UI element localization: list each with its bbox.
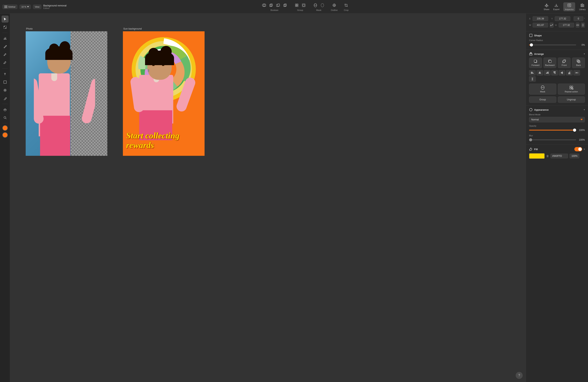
appearance-section: Appearance ▾ Blend Mode Normal Opacity — [526, 106, 588, 145]
eraser-tool[interactable] — [1, 95, 9, 102]
color-swatch-primary[interactable] — [2, 125, 8, 131]
forward-button[interactable]: Forward — [529, 58, 542, 68]
sun-artboard-frame[interactable]: 0 100 200 300 400 500 600 100 200 300 40… — [123, 31, 205, 156]
outline-btn[interactable] — [331, 2, 337, 8]
group-label: Group — [297, 9, 303, 11]
sun-content: Start collecting rewards — [123, 31, 205, 156]
fill-opacity-input[interactable] — [569, 154, 579, 158]
pos-row-1: X Y ° — [529, 16, 585, 21]
y-input[interactable] — [555, 16, 570, 21]
boolean-btn-2[interactable] — [268, 2, 274, 8]
fill-toggle[interactable] — [574, 147, 582, 151]
fill-delete-button[interactable]: 🗑 — [546, 154, 549, 158]
zoom-tool[interactable] — [1, 114, 9, 121]
mask-btn-1[interactable] — [312, 2, 318, 8]
opacity-row: Opacity 100% — [526, 125, 588, 132]
back-icon — [577, 59, 580, 63]
mask-icon — [314, 3, 317, 7]
repeat-action-button[interactable]: Repeat action — [558, 84, 585, 95]
share-icon — [545, 3, 549, 7]
svg-rect-1 — [4, 7, 7, 7]
fill-select-tool[interactable] — [1, 87, 9, 94]
distribute-h-button[interactable] — [573, 70, 580, 75]
front-button[interactable]: Front — [558, 58, 571, 68]
hand-tool[interactable] — [1, 106, 9, 113]
brush-tool[interactable] — [1, 59, 9, 66]
help-button[interactable]: ? — [516, 372, 523, 379]
align-left-button[interactable] — [529, 70, 536, 75]
backward-button[interactable]: Backward — [544, 58, 556, 68]
corner-radius-label: Corner Radius — [529, 39, 585, 42]
color-swatch-secondary[interactable] — [2, 132, 8, 138]
align-right-button[interactable] — [544, 70, 550, 75]
flip-h-button[interactable] — [576, 22, 580, 28]
text-tool[interactable]: T — [1, 70, 9, 77]
align-center-h-icon — [538, 71, 541, 74]
sidebar-icon — [4, 6, 7, 8]
pen-tool[interactable] — [1, 43, 9, 50]
blur-label: Blur — [529, 134, 585, 137]
fill-color-swatch[interactable] — [529, 153, 545, 159]
svg-rect-67 — [531, 72, 531, 74]
boolean-btn-4[interactable] — [282, 2, 288, 8]
group-btn-1[interactable] — [294, 2, 300, 8]
link-proportions-button[interactable] — [550, 22, 554, 28]
shape-header[interactable]: Shape — [526, 31, 588, 39]
blur-row: Blur 100% — [526, 134, 588, 142]
flip-v-button[interactable] — [581, 22, 585, 28]
w-input[interactable] — [533, 23, 548, 27]
align-middle-button[interactable] — [559, 70, 565, 75]
align-top-button[interactable] — [551, 70, 558, 75]
x-input[interactable] — [533, 16, 548, 21]
canvas-area[interactable]: Photo 0 100 200 300 400 500 600 — [10, 14, 526, 382]
ungroup-objects-button[interactable]: Ungroup — [558, 96, 585, 103]
w-label: W — [529, 24, 532, 26]
mask-btn-2[interactable] — [319, 2, 326, 8]
cut-tool[interactable] — [1, 35, 9, 42]
pos-size-section: X Y ° W — [526, 14, 588, 31]
sidebar-button[interactable]: Sidebar — [2, 4, 18, 9]
degrees-label: ° — [584, 18, 585, 20]
blend-mode-select[interactable]: Normal — [529, 117, 585, 122]
library-button[interactable]: Library — [579, 3, 586, 11]
shape-tool[interactable] — [1, 79, 9, 85]
pants — [40, 116, 70, 156]
select-tool[interactable] — [1, 16, 9, 22]
export-button[interactable]: Export — [553, 3, 559, 11]
lasso-select-tool[interactable] — [1, 24, 9, 31]
group-btn-2[interactable] — [301, 2, 307, 8]
rotation-input[interactable] — [574, 16, 583, 21]
inspector-button[interactable]: Inspector — [563, 2, 575, 11]
blur-thumb[interactable] — [529, 138, 532, 141]
corner-radius-thumb[interactable] — [530, 43, 533, 46]
svg-rect-14 — [297, 5, 298, 7]
share-button[interactable]: Share — [544, 3, 549, 11]
arrange-section: Arrange ▾ Forward — [526, 50, 588, 106]
fill-hex-input[interactable] — [550, 154, 568, 158]
zoom-button[interactable]: 10 % — [20, 4, 31, 9]
distribute-v-button[interactable] — [529, 76, 536, 82]
opacity-slider[interactable] — [529, 128, 576, 132]
crop-btn[interactable] — [343, 2, 349, 8]
photo-artboard-frame[interactable]: 0 100 200 300 400 500 600 100 200 300 — [26, 31, 107, 156]
sun-earring-left — [148, 69, 149, 72]
h-input[interactable] — [559, 23, 574, 27]
svg-rect-86 — [532, 78, 533, 78]
appearance-icon — [529, 108, 533, 111]
opacity-thumb[interactable] — [573, 128, 576, 132]
boolean-btn-3[interactable] — [275, 2, 281, 8]
view-button[interactable]: View — [33, 4, 42, 9]
appearance-header[interactable]: Appearance ▾ — [526, 106, 588, 113]
pencil-tool[interactable] — [1, 51, 9, 58]
back-button[interactable]: Back — [572, 58, 585, 68]
svg-rect-82 — [568, 74, 570, 74]
corner-radius-slider[interactable] — [529, 43, 576, 47]
group-objects-button[interactable]: Group — [529, 96, 556, 103]
arrange-header[interactable]: Arrange ▾ — [526, 50, 588, 58]
mask-button[interactable]: Mask — [529, 84, 556, 95]
boolean-btn-1[interactable] — [261, 2, 267, 8]
svg-rect-74 — [554, 72, 554, 73]
align-center-h-button[interactable] — [536, 70, 543, 75]
blur-slider[interactable] — [529, 138, 576, 142]
align-bottom-button[interactable] — [566, 70, 573, 75]
